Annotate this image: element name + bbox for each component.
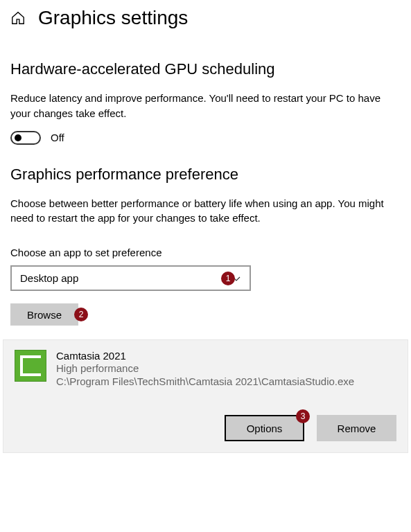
camtasia-icon	[15, 350, 46, 382]
annotation-badge-1: 1	[221, 272, 235, 285]
page-title: Graphics settings	[38, 7, 188, 29]
annotation-badge-2: 2	[74, 308, 88, 321]
gpu-toggle-label: Off	[51, 132, 64, 143]
perf-preference-heading: Graphics performance preference	[10, 166, 401, 184]
app-name: Camtasia 2021	[56, 350, 396, 362]
gpu-scheduling-heading: Hardware-accelerated GPU scheduling	[10, 60, 401, 78]
select-value: Desktop app	[20, 272, 78, 284]
app-card: Camtasia 2021 High performance C:\Progra…	[3, 339, 408, 453]
app-type-select[interactable]: Desktop app	[10, 265, 251, 291]
choose-app-label: Choose an app to set preference	[10, 247, 401, 258]
gpu-scheduling-description: Reduce latency and improve performance. …	[10, 91, 401, 121]
app-performance: High performance	[56, 362, 396, 374]
browse-button[interactable]: Browse	[10, 303, 78, 326]
options-button[interactable]: Options	[225, 415, 304, 441]
app-path: C:\Program Files\TechSmith\Camtasia 2021…	[56, 374, 396, 389]
remove-button[interactable]: Remove	[317, 415, 396, 441]
home-icon[interactable]	[10, 10, 26, 26]
gpu-scheduling-toggle[interactable]	[10, 131, 41, 145]
perf-preference-description: Choose between better performance or bat…	[10, 196, 401, 227]
toggle-knob	[15, 134, 21, 141]
annotation-badge-3: 3	[296, 409, 310, 423]
